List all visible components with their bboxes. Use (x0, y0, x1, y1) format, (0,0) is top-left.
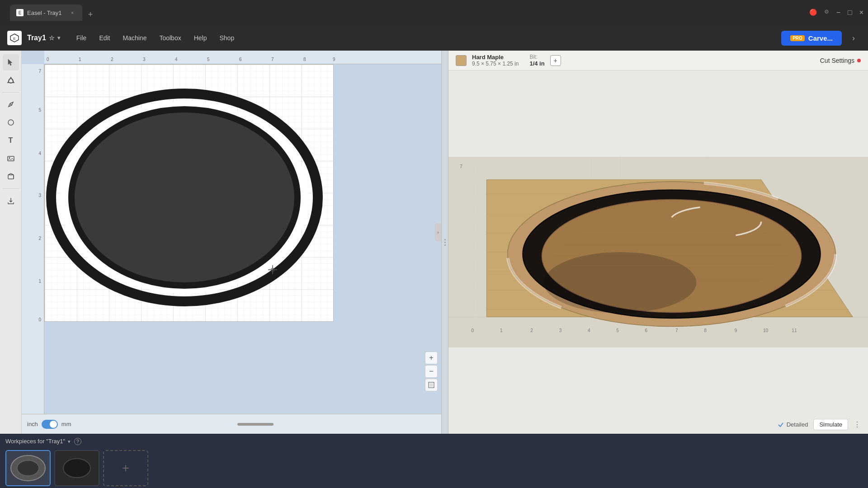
carve-label: Carve... (808, 34, 833, 42)
svg-point-5 (8, 120, 14, 125)
svg-text:11: 11 (792, 328, 797, 333)
right-panel: Hard Maple 9.5 × 5.75 × 1.25 in Bit: 1/4… (448, 51, 868, 434)
preview-menu-icon[interactable]: ⋮ (854, 420, 861, 429)
add-workpiece-icon: + (122, 461, 129, 475)
workpiece-item-1[interactable] (5, 450, 51, 486)
tab-area: E Easel - Tray1 × + (10, 5, 809, 21)
header-extra-button[interactable]: › (846, 31, 861, 45)
simulate-button[interactable]: Simulate (813, 419, 848, 430)
cut-settings-button[interactable]: Cut Settings (820, 57, 861, 64)
nav-help[interactable]: Help (189, 32, 212, 44)
circle-tool[interactable] (3, 114, 19, 131)
settings-icon[interactable]: ⚙ (824, 9, 829, 17)
ruler-h-0: 0 (47, 57, 49, 62)
close-tab-button[interactable]: × (69, 9, 76, 16)
material-dimensions: 9.5 × 5.75 × 1.25 in (472, 61, 519, 67)
window-minimize[interactable]: − (836, 9, 840, 17)
material-name[interactable]: Hard Maple (472, 54, 519, 61)
bit-label: Bit: (529, 54, 544, 60)
svg-text:10: 10 (763, 328, 769, 333)
pen-tool[interactable] (3, 96, 19, 113)
add-workpiece-button[interactable]: + (103, 450, 148, 486)
svg-point-62 (544, 252, 696, 313)
canvas-wrapper[interactable]: 0 1 2 3 4 5 6 7 8 9 7 (22, 51, 441, 414)
ruler-h-7: 7 (271, 57, 274, 62)
ruler-h-2: 2 (111, 57, 113, 62)
workpieces-list: + (0, 448, 868, 488)
import-tool[interactable] (3, 192, 19, 209)
ruler-h-9: 9 (333, 57, 335, 62)
workpiece-item-2[interactable] (54, 450, 99, 486)
main-content: T (0, 51, 868, 434)
header-right: PRO Carve... › (781, 31, 861, 46)
detailed-label: Detailed (787, 421, 808, 428)
svg-text:7: 7 (460, 164, 462, 169)
panel-toggle[interactable]: › (435, 223, 441, 241)
nav-toolbox[interactable]: Toolbox (154, 32, 186, 44)
ruler-h-4: 4 (175, 57, 178, 62)
cursor-tool[interactable] (3, 54, 19, 70)
minimize-icon[interactable]: 🔴 (809, 9, 817, 17)
tab-favicon: E (16, 9, 24, 16)
svg-point-4 (10, 104, 11, 105)
new-tab-button[interactable]: + (84, 8, 97, 21)
tab-title: Easel - Tray1 (27, 9, 62, 16)
title-dropdown-icon[interactable]: ▾ (57, 35, 60, 41)
zoom-fit-button[interactable] (425, 379, 438, 391)
carve-button[interactable]: PRO Carve... (781, 31, 842, 46)
ruler-h-8: 8 (303, 57, 306, 62)
zoom-out-button[interactable]: − (425, 365, 438, 378)
svg-point-7 (9, 157, 10, 159)
design-canvas (44, 64, 334, 322)
favorite-star-icon[interactable]: ☆ (49, 34, 55, 42)
left-toolbar: T (0, 51, 22, 434)
ruler-h-3: 3 (143, 57, 146, 62)
image-tool[interactable] (3, 150, 19, 167)
active-tab[interactable]: E Easel - Tray1 × (10, 5, 82, 21)
zoom-controls: + − (425, 352, 438, 391)
nav-menu: File Edit Machine Toolbox Help Shop (71, 32, 781, 44)
panel-divider[interactable] (441, 51, 448, 434)
bit-size[interactable]: 1/4 in (529, 60, 544, 67)
3d-tool[interactable] (3, 169, 19, 185)
window-maximize[interactable]: □ (848, 9, 852, 17)
nav-file[interactable]: File (71, 32, 92, 44)
text-tool[interactable]: T (3, 132, 19, 149)
design-svg[interactable] (44, 64, 334, 322)
ruler-v-1: 1 (38, 279, 41, 284)
detailed-toggle[interactable]: Detailed (778, 421, 808, 428)
cut-settings-label: Cut Settings (820, 57, 854, 64)
nav-shop[interactable]: Shop (214, 32, 240, 44)
svg-text:8: 8 (704, 328, 707, 333)
toolbar-divider-1 (2, 92, 19, 93)
svg-rect-17 (429, 383, 433, 387)
preview-3d-svg: 0 1 2 3 4 5 6 7 8 9 10 11 7 (448, 70, 868, 434)
svg-text:0: 0 (472, 328, 474, 333)
material-info: Hard Maple 9.5 × 5.75 × 1.25 in (472, 54, 519, 67)
workpieces-help-icon[interactable]: ? (74, 438, 81, 445)
svg-text:5: 5 (616, 328, 619, 333)
ruler-v-4: 4 (38, 151, 41, 156)
shapes-tool[interactable] (3, 72, 19, 89)
ruler-h-1: 1 (79, 57, 81, 62)
svg-text:4: 4 (588, 328, 590, 333)
unit-toggle[interactable] (42, 420, 58, 429)
divider-handle (444, 239, 446, 246)
nav-edit[interactable]: Edit (94, 32, 115, 44)
canvas-bottom-bar: inch mm (22, 414, 441, 434)
nav-machine[interactable]: Machine (118, 32, 152, 44)
ruler-v-0: 0 (38, 317, 41, 322)
workpieces-project-ref[interactable]: "Tray1" ▾ (46, 438, 71, 445)
browser-window-controls[interactable]: 🔴 ⚙ − □ × (809, 9, 863, 17)
app-logo: E (7, 31, 22, 45)
zoom-in-button[interactable]: + (425, 352, 438, 364)
scroll-handle[interactable] (237, 423, 274, 426)
toggle-thumb (50, 421, 57, 428)
ruler-vertical: 7 5 4 3 2 1 0 (22, 64, 44, 414)
preview-3d-area[interactable]: 0 1 2 3 4 5 6 7 8 9 10 11 7 (448, 70, 868, 434)
ruler-v-3: 3 (38, 193, 41, 198)
app-header: E Tray1 ☆ ▾ File Edit Machine Toolbox He… (0, 25, 868, 51)
window-close[interactable]: × (859, 9, 863, 17)
add-bit-button[interactable]: + (550, 55, 561, 66)
svg-text:E: E (13, 37, 15, 41)
